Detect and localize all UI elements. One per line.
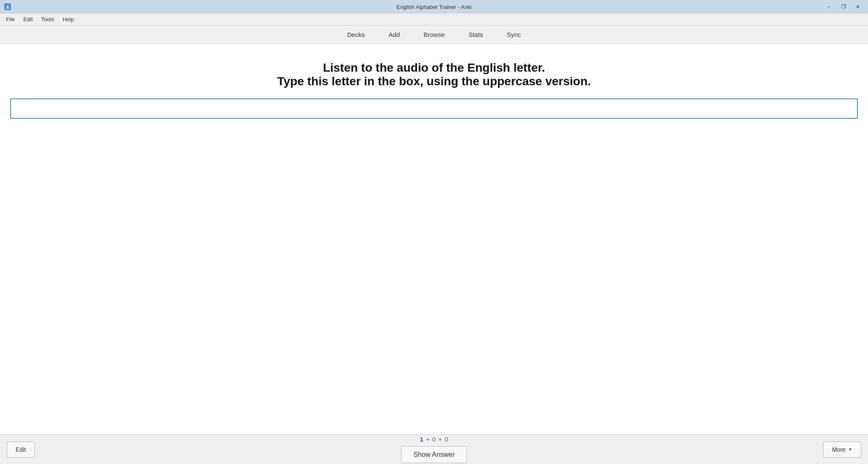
- restore-button[interactable]: ❐: [837, 2, 850, 11]
- prompt-line1: Listen to the audio of the English lette…: [277, 61, 591, 75]
- nav-add[interactable]: Add: [384, 28, 405, 42]
- show-answer-button[interactable]: Show Answer: [401, 446, 467, 463]
- window-controls: − ❐ ✕: [822, 2, 865, 11]
- nav-stats[interactable]: Stats: [463, 28, 488, 42]
- title-bar-left: A: [3, 3, 12, 11]
- close-button[interactable]: ✕: [851, 2, 865, 11]
- card-counts: 1 + 0 + 0: [420, 436, 448, 443]
- footer: Edit 1 + 0 + 0 Show Answer More ▼: [0, 434, 868, 464]
- menu-bar: File Edit Tools Help: [0, 14, 868, 25]
- menu-edit[interactable]: Edit: [19, 14, 37, 24]
- menu-file[interactable]: File: [2, 14, 19, 24]
- card-prompt: Listen to the audio of the English lette…: [277, 61, 591, 88]
- dropdown-arrow-icon: ▼: [848, 447, 852, 452]
- sep1: +: [426, 436, 430, 443]
- minimize-button[interactable]: −: [822, 2, 836, 11]
- svg-text:A: A: [6, 5, 9, 10]
- prompt-line2: Type this letter in the box, using the u…: [277, 75, 591, 88]
- nav-sync[interactable]: Sync: [502, 28, 526, 42]
- title-bar: A English Alphabet Trainer - Anki − ❐ ✕: [0, 0, 868, 14]
- new-count: 1: [420, 436, 423, 443]
- more-button[interactable]: More ▼: [823, 442, 861, 458]
- menu-tools[interactable]: Tools: [37, 14, 58, 24]
- sep2: +: [438, 436, 442, 443]
- answer-input[interactable]: [10, 98, 858, 119]
- nav-bar: Decks Add Browse Stats Sync: [0, 25, 868, 44]
- review-count: 0: [445, 436, 448, 443]
- main-content: Listen to the audio of the English lette…: [0, 44, 868, 434]
- more-label: More: [832, 446, 846, 453]
- edit-button[interactable]: Edit: [7, 442, 35, 458]
- menu-help[interactable]: Help: [58, 14, 78, 24]
- learn-count: 0: [432, 436, 436, 443]
- nav-browse[interactable]: Browse: [418, 28, 450, 42]
- nav-decks[interactable]: Decks: [342, 28, 370, 42]
- window-title: English Alphabet Trainer - Anki: [396, 4, 471, 10]
- app-icon: A: [3, 3, 12, 11]
